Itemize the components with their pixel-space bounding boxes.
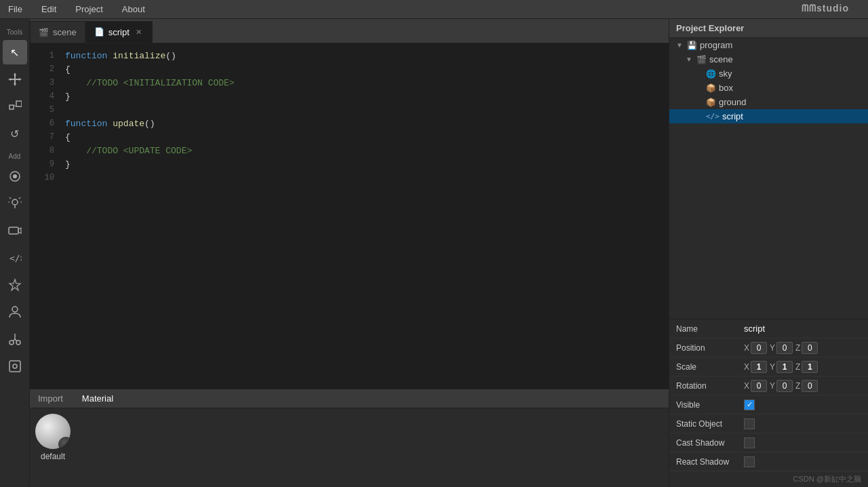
add-script-btn[interactable]: </>: [3, 246, 27, 270]
position-y-item: Y 0: [770, 342, 793, 354]
scale-z-val[interactable]: 1: [802, 361, 818, 373]
tree-node-ground[interactable]: ▶ 📦 ground: [669, 95, 868, 109]
tabs-bar: 🎬 scene 📄 script ✕: [30, 19, 669, 43]
rotation-y-item: Y 0: [770, 380, 793, 392]
rotation-x-val[interactable]: 0: [751, 380, 767, 392]
prop-cast-shadow-label: Cast Shadow: [676, 438, 744, 448]
position-y-val[interactable]: 0: [776, 342, 793, 354]
import-tab[interactable]: Import: [35, 393, 66, 404]
code-text-7: {: [65, 132, 71, 142]
svg-line-16: [9, 197, 11, 199]
svg-marker-4: [14, 83, 16, 86]
tree-node-scene[interactable]: ▼ 🎬 scene: [669, 52, 868, 66]
scale-y-axis: Y: [770, 362, 775, 372]
position-z-val[interactable]: 0: [802, 342, 818, 354]
script-tab-label: script: [108, 27, 130, 37]
add-cut-btn[interactable]: [3, 327, 27, 351]
ground-icon: 📦: [706, 98, 716, 107]
add-light-btn[interactable]: [3, 191, 27, 216]
static-object-checkbox[interactable]: [744, 418, 755, 429]
menubar: File Edit Project About ᗰᗰstudio: [0, 0, 868, 19]
visible-checkbox[interactable]: ✓: [744, 400, 755, 410]
program-icon: 💾: [687, 41, 697, 50]
prop-react-shadow-label: React Shadow: [676, 457, 744, 467]
script-tab-close[interactable]: ✕: [134, 27, 144, 37]
line-num-1: 1: [35, 51, 54, 60]
ground-label: ground: [719, 97, 746, 107]
program-label: program: [700, 40, 732, 50]
rotate-tool-btn[interactable]: ↺: [3, 121, 27, 146]
svg-point-22: [12, 307, 18, 312]
position-z-item: Z 0: [795, 342, 818, 354]
line-num-2: 2: [35, 64, 54, 74]
prop-static-object-label: Static Object: [676, 419, 744, 429]
tree-node-sky[interactable]: ▶ 🌐 sky: [669, 66, 868, 81]
bottom-tabs-bar: Import Material: [30, 389, 669, 408]
tree-node-box[interactable]: ▶ 📦 box: [669, 81, 868, 95]
properties-panel: Name script Position X 0 Y 0: [669, 319, 868, 471]
rotation-z-val[interactable]: 0: [802, 380, 818, 392]
svg-text:ᗰᗰstudio: ᗰᗰstudio: [802, 3, 849, 14]
add-effect-btn[interactable]: [3, 273, 27, 297]
tab-script[interactable]: 📄 script ✕: [85, 21, 153, 43]
menu-about[interactable]: About: [119, 4, 148, 14]
rotation-y-axis: Y: [770, 381, 775, 391]
prop-rotation-label: Rotation: [676, 381, 744, 391]
material-ball-preview: [35, 414, 71, 449]
rotation-y-val[interactable]: 0: [776, 380, 793, 392]
tools-label: Tools: [7, 28, 22, 36]
script-tab-icon: 📄: [94, 27, 104, 37]
tree-node-script[interactable]: ▶ </> script: [669, 109, 868, 123]
material-tab[interactable]: Material: [79, 393, 116, 404]
prop-row-rotation: Rotation X 0 Y 0 Z 0: [669, 376, 868, 395]
prop-row-cast-shadow: Cast Shadow: [669, 433, 868, 452]
react-shadow-checkbox[interactable]: [744, 456, 755, 467]
watermark-text: CSDN @新缸中之脑: [793, 475, 861, 483]
move-tool-btn[interactable]: [3, 67, 27, 92]
rotation-z-axis: Z: [795, 381, 800, 391]
code-line-10: 10: [30, 171, 669, 184]
material-item-default[interactable]: default: [35, 414, 71, 482]
code-line-6: 6 function update(): [30, 117, 669, 130]
svg-rect-8: [16, 101, 22, 106]
prop-name-value-wrap: script: [744, 324, 765, 334]
svg-line-17: [19, 197, 20, 199]
code-line-7: 7 {: [30, 130, 669, 144]
box-icon: 📦: [706, 83, 716, 93]
scale-x-val[interactable]: 1: [751, 361, 767, 373]
svg-point-11: [13, 174, 17, 178]
svg-marker-5: [8, 78, 11, 81]
select-tool-btn[interactable]: ↖: [3, 40, 27, 64]
settings-btn[interactable]: [3, 354, 27, 378]
code-line-5: 5: [30, 103, 669, 117]
tab-scene[interactable]: 🎬 scene: [30, 21, 85, 43]
add-camera-btn[interactable]: [3, 218, 27, 243]
code-line-2: 2 {: [30, 62, 669, 76]
add-shape-btn[interactable]: [3, 164, 27, 189]
scale-y-item: Y 1: [770, 361, 793, 373]
prop-row-scale: Scale X 1 Y 1 Z 1: [669, 357, 868, 376]
script-tree-label: script: [722, 111, 743, 121]
program-arrow: ▼: [676, 41, 684, 49]
code-text-8: //TODO <UPDATE CODE>: [65, 146, 192, 156]
script-icon: </>: [706, 112, 719, 121]
position-x-axis: X: [744, 343, 749, 353]
position-z-axis: Z: [795, 343, 800, 353]
position-x-val[interactable]: 0: [751, 342, 767, 354]
menu-edit[interactable]: Edit: [39, 4, 59, 14]
prop-rotation-coords: X 0 Y 0 Z 0: [744, 380, 818, 392]
code-editor[interactable]: 1 function initialize() 2 { 3 //TODO <IN…: [30, 43, 669, 389]
menu-project[interactable]: Project: [73, 4, 105, 14]
bottom-content: default: [30, 408, 669, 487]
code-line-8: 8 //TODO <UPDATE CODE>: [30, 144, 669, 157]
scale-tool-btn[interactable]: [3, 94, 27, 119]
cast-shadow-checkbox[interactable]: [744, 437, 755, 448]
add-avatar-btn[interactable]: [3, 300, 27, 324]
prop-row-static-object: Static Object: [669, 414, 868, 433]
tree-node-program[interactable]: ▼ 💾 program: [669, 38, 868, 52]
watermark: CSDN @新缸中之脑: [669, 471, 868, 487]
scale-y-val[interactable]: 1: [776, 361, 793, 373]
menu-file[interactable]: File: [5, 4, 25, 14]
main-layout: Tools ↖ ↺ Add </>: [0, 19, 868, 487]
code-line-1: 1 function initialize(): [30, 49, 669, 62]
